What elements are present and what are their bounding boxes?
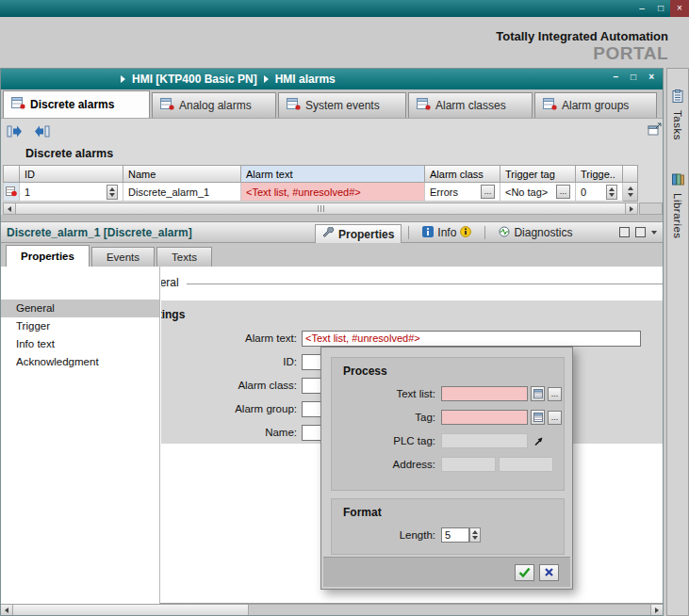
inspector-tab-info[interactable]: Info bbox=[416, 224, 478, 242]
nav-item-acknowledgment[interactable]: Acknowledgment bbox=[0, 353, 159, 371]
breadcrumb-device[interactable]: HMI [KTP400 Basic PN] bbox=[132, 73, 257, 86]
cell-trigger-address[interactable]: 0 bbox=[576, 183, 623, 202]
confirm-button[interactable] bbox=[515, 564, 534, 581]
branding-portal: PORTAL bbox=[0, 43, 668, 64]
table-scroll-arrows[interactable] bbox=[623, 183, 638, 202]
collapse-panel-icon[interactable] bbox=[651, 231, 657, 235]
nav-item-info-text[interactable]: Info text bbox=[0, 335, 159, 353]
inspector-tab-diagnostics[interactable]: Diagnostics bbox=[492, 224, 579, 242]
alarm-class-browse-button[interactable]: ... bbox=[481, 185, 495, 199]
column-header-name[interactable]: Name bbox=[123, 165, 241, 183]
process-group-title: Process bbox=[343, 365, 387, 378]
column-header-alarm-class[interactable]: Alarm class bbox=[425, 165, 500, 183]
window-titlebar: – □ × bbox=[0, 0, 689, 17]
trigger-tag-browse-button[interactable]: ... bbox=[556, 185, 570, 199]
scrollbar-thumb[interactable] bbox=[16, 203, 625, 214]
column-header-selector[interactable] bbox=[3, 165, 20, 183]
subtab-properties[interactable]: Properties bbox=[6, 245, 90, 267]
editor-minimize-button[interactable]: – bbox=[614, 72, 619, 82]
column-header-trigger-tag[interactable]: Trigger tag bbox=[500, 165, 576, 183]
trigger-address-spinner[interactable] bbox=[606, 185, 617, 200]
float-panel-icon[interactable] bbox=[619, 227, 630, 237]
window-close-button[interactable]: × bbox=[670, 0, 689, 17]
column-header-alarm-text[interactable]: Alarm text bbox=[241, 165, 425, 183]
nav-item-trigger[interactable]: Trigger bbox=[0, 317, 159, 335]
process-group: Process Text list: ... Tag: ... PLC ta bbox=[331, 357, 565, 491]
length-spinner[interactable] bbox=[469, 527, 481, 543]
alarm-class-label: Alarm class: bbox=[161, 380, 297, 391]
table-section-title: Discrete alarms bbox=[25, 147, 113, 160]
pane-section-header: General bbox=[161, 276, 663, 289]
plc-tag-label: PLC tag: bbox=[337, 435, 435, 446]
window-minimize-button[interactable]: – bbox=[632, 0, 651, 17]
row-selector-cell[interactable] bbox=[3, 183, 20, 202]
pane-scroll-left-icon[interactable] bbox=[1, 605, 13, 615]
pane-scrollbar-thumb[interactable] bbox=[13, 605, 249, 615]
text-list-field[interactable] bbox=[441, 386, 528, 401]
scroll-left-icon[interactable] bbox=[4, 203, 16, 214]
id-label: ID: bbox=[161, 356, 297, 367]
pane-section-title: General bbox=[161, 276, 179, 289]
table-vertical-scrollbar[interactable] bbox=[623, 165, 638, 202]
tab-system-events[interactable]: System events bbox=[278, 92, 406, 118]
discrete-alarm-row-icon bbox=[6, 186, 17, 199]
subtab-texts[interactable]: Texts bbox=[156, 247, 212, 267]
inspector-title: Discrete_alarm_1 [Discrete_alarm] bbox=[7, 226, 192, 239]
tab-discrete-alarms[interactable]: Discrete alarms bbox=[3, 90, 150, 118]
text-list-browse-button[interactable]: ... bbox=[548, 387, 562, 401]
pane-scroll-right-icon[interactable] bbox=[650, 605, 663, 615]
diagnostics-icon bbox=[499, 226, 510, 240]
nav-item-general[interactable]: General bbox=[0, 300, 159, 317]
properties-wrench-icon bbox=[322, 227, 335, 242]
editor-inspector-splitter[interactable] bbox=[0, 215, 664, 221]
window-maximize-button[interactable]: □ bbox=[651, 0, 670, 17]
pane-horizontal-scrollbar[interactable] bbox=[0, 604, 664, 616]
plc-tag-navigate-icon[interactable] bbox=[531, 433, 546, 448]
green-check-icon bbox=[518, 567, 531, 579]
column-header-trigger-address[interactable]: Trigge.. bbox=[576, 165, 623, 183]
alarm-text-label: Alarm text: bbox=[161, 332, 297, 344]
cell-trigger-tag[interactable]: <No tag> ... bbox=[500, 183, 576, 202]
breadcrumb: HMI [KTP400 Basic PN] HMI alarms – □ × bbox=[0, 68, 664, 89]
editor-close-button[interactable]: × bbox=[648, 72, 654, 82]
cell-id[interactable]: 1 bbox=[20, 183, 123, 202]
tab-alarm-classes[interactable]: Alarm classes bbox=[408, 92, 533, 118]
alarm-text-field[interactable]: <Text list, #unresolved#> bbox=[302, 331, 641, 347]
cell-name[interactable]: Discrete_alarm_1 bbox=[123, 183, 241, 202]
branding-area: Totally Integrated Automation PORTAL bbox=[0, 17, 689, 68]
breadcrumb-editor[interactable]: HMI alarms bbox=[275, 73, 336, 86]
add-row-icon[interactable] bbox=[32, 122, 52, 140]
editor-restore-button[interactable]: □ bbox=[631, 72, 636, 82]
scroll-right-icon[interactable] bbox=[625, 203, 637, 214]
tag-field[interactable] bbox=[441, 410, 528, 425]
info-alert-badge-icon bbox=[460, 226, 471, 240]
tag-select-icon[interactable] bbox=[531, 410, 545, 425]
table-horizontal-scrollbar[interactable] bbox=[3, 203, 638, 215]
analog-alarms-tab-icon bbox=[160, 98, 174, 113]
tag-browse-button[interactable]: ... bbox=[548, 411, 562, 425]
tab-alarm-groups[interactable]: Alarm groups bbox=[534, 92, 657, 118]
expand-panel-icon[interactable] bbox=[635, 227, 646, 237]
tab-analog-alarms[interactable]: Analog alarms bbox=[152, 92, 276, 118]
inspector-tab-properties[interactable]: Properties bbox=[315, 224, 402, 244]
column-header-id[interactable]: ID bbox=[20, 165, 123, 183]
subtab-events[interactable]: Events bbox=[91, 247, 155, 267]
cell-alarm-class[interactable]: Errors ... bbox=[425, 183, 500, 202]
table-row[interactable]: 1 Discrete_alarm_1 <Text list, #unresolv… bbox=[3, 183, 623, 202]
scroll-corner bbox=[623, 165, 638, 183]
cancel-button[interactable] bbox=[539, 564, 559, 581]
sidebar-item-tasks[interactable]: Tasks bbox=[671, 89, 684, 140]
text-list-label: Text list: bbox=[337, 388, 435, 399]
id-spinner[interactable] bbox=[107, 185, 118, 200]
text-list-select-icon[interactable] bbox=[531, 386, 545, 401]
cell-alarm-text[interactable]: <Text list, #unresolved#> bbox=[241, 183, 425, 202]
address-bit-field bbox=[499, 457, 553, 472]
pane-scrollbar-track[interactable] bbox=[249, 605, 650, 615]
length-field[interactable]: 5 bbox=[441, 527, 469, 543]
sidebar-item-libraries[interactable]: Libraries bbox=[671, 172, 684, 239]
inspector-header: Discrete_alarm_1 [Discrete_alarm] Proper… bbox=[0, 221, 664, 243]
discrete-alarms-tab-icon bbox=[11, 97, 25, 112]
insert-row-icon[interactable] bbox=[5, 122, 25, 140]
detach-editor-icon[interactable] bbox=[648, 122, 663, 138]
popup-action-bar bbox=[323, 557, 570, 587]
